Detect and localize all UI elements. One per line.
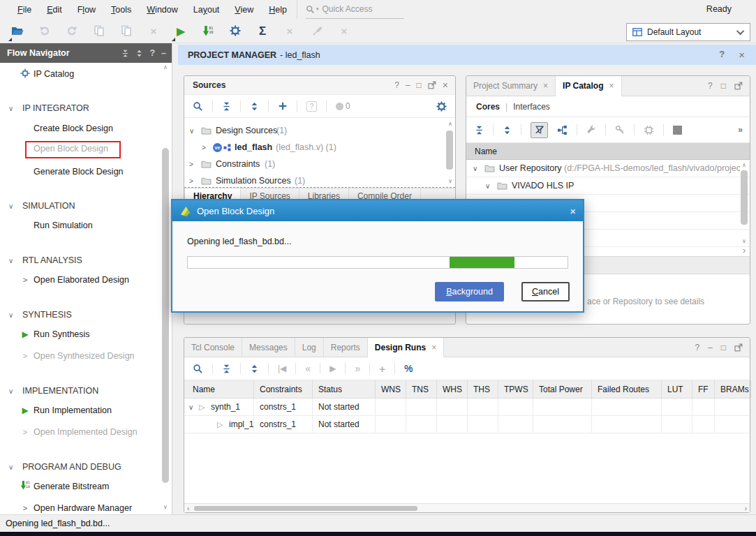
- tree-item-vivado-hls-ip[interactable]: ∨ VIVADO HLS IP: [466, 177, 750, 195]
- subtab-cores[interactable]: Cores: [476, 102, 500, 112]
- col-status[interactable]: Status: [313, 380, 376, 398]
- col-ff[interactable]: FF: [692, 380, 715, 398]
- report-summary-button[interactable]: Σ: [256, 24, 269, 37]
- col-failed-routes[interactable]: Failed Routes: [592, 380, 662, 398]
- hide-incompatible-filter-button[interactable]: [531, 122, 548, 138]
- help-icon[interactable]: ?: [708, 81, 713, 91]
- col-tns[interactable]: TNS: [406, 380, 437, 398]
- tab-project-summary[interactable]: Project Summary ×: [466, 76, 556, 96]
- section-rtl-analysis[interactable]: ∨ RTL ANALYSIS: [0, 254, 172, 267]
- sidebar-item-open-implemented-design[interactable]: > Open Implemented Design: [0, 426, 172, 438]
- sidebar-item-create-block-design[interactable]: Create Block Design: [0, 122, 172, 135]
- search-icon[interactable]: [193, 364, 203, 374]
- tree-item-user-repository[interactable]: ∨ User Repository (d:/FPGA-HLS-demos/led…: [466, 160, 750, 177]
- scrollbar-thumb[interactable]: [162, 148, 169, 483]
- menu-help[interactable]: Help: [261, 5, 295, 15]
- settings-button[interactable]: [229, 24, 242, 37]
- section-implementation[interactable]: ∨ IMPLEMENTATION: [0, 385, 172, 397]
- scroll-down-icon[interactable]: ∨: [447, 178, 454, 184]
- col-total-power[interactable]: Total Power: [533, 380, 592, 398]
- scroll-up-icon[interactable]: ∧: [162, 64, 169, 70]
- tab-messages[interactable]: Messages: [242, 338, 295, 357]
- col-ths[interactable]: THS: [468, 380, 498, 398]
- float-icon[interactable]: [734, 343, 743, 352]
- col-name[interactable]: Name: [184, 380, 254, 398]
- section-program-and-debug[interactable]: ∨ PROGRAM AND DEBUG: [0, 461, 172, 473]
- scrollbar-thumb[interactable]: [741, 170, 748, 225]
- overflow-icon[interactable]: »: [738, 125, 743, 135]
- collapse-all-icon[interactable]: [222, 364, 231, 373]
- menu-edit[interactable]: Edit: [39, 5, 70, 15]
- collapse-all-icon[interactable]: [121, 50, 129, 57]
- col-brams[interactable]: BRAMs: [715, 380, 751, 398]
- close-icon[interactable]: ×: [443, 80, 448, 91]
- sidebar-item-ip-catalog[interactable]: IP Catalog: [0, 68, 172, 80]
- sidebar-item-run-implementation[interactable]: ▶ Run Implementation: [0, 404, 172, 417]
- minimize-icon[interactable]: –: [406, 80, 410, 90]
- maximize-icon[interactable]: □: [721, 343, 726, 352]
- gear-icon[interactable]: [436, 101, 447, 112]
- generate-bitstream-button[interactable]: [202, 24, 214, 37]
- expand-all-icon[interactable]: [135, 50, 143, 57]
- tab-ip-catalog[interactable]: IP Catalog ×: [556, 76, 621, 96]
- col-whs[interactable]: WHS: [437, 380, 468, 398]
- sidebar-item-open-elaborated-design[interactable]: > Open Elaborated Design: [0, 274, 172, 286]
- quick-access-search[interactable]: ▾ Quick Access: [297, 0, 404, 19]
- sidebar-item-generate-block-design[interactable]: Generate Block Design: [0, 165, 172, 178]
- tree-item-simulation-sources[interactable]: > Simulation Sources (1): [184, 172, 445, 189]
- tree-item-design-sources[interactable]: ∨ Design Sources (1): [184, 122, 445, 139]
- tree-item-led-flash[interactable]: > ve led_flash (led_flash.v) (1): [184, 139, 445, 156]
- background-button[interactable]: Background: [435, 282, 504, 302]
- tree-item-constraints[interactable]: > Constraints (1): [184, 156, 445, 172]
- sidebar-item-generate-bitstream[interactable]: Generate Bitstream: [0, 480, 172, 493]
- run-button[interactable]: ▶: [175, 24, 187, 37]
- close-icon[interactable]: ×: [739, 49, 745, 61]
- tab-tcl-console[interactable]: Tcl Console: [184, 338, 242, 357]
- scroll-up-icon[interactable]: ∧: [447, 121, 454, 127]
- section-ip-integrator[interactable]: ∨ IP INTEGRATOR: [0, 102, 172, 114]
- float-icon[interactable]: [428, 81, 436, 89]
- maximize-icon[interactable]: □: [721, 81, 726, 91]
- close-icon[interactable]: ×: [431, 343, 436, 352]
- cancel-button[interactable]: Cancel: [521, 282, 570, 302]
- collapse-all-icon[interactable]: [222, 102, 231, 111]
- col-lut[interactable]: LUT: [662, 380, 692, 398]
- minimize-icon[interactable]: –: [161, 48, 166, 58]
- menu-file[interactable]: File: [10, 5, 39, 15]
- help-icon[interactable]: ?: [719, 49, 725, 61]
- table-row-impl[interactable]: ▷ impl_1 constrs_1 Not started: [184, 416, 750, 433]
- open-project-button[interactable]: [11, 24, 24, 37]
- ip-name-column-header[interactable]: Name: [466, 143, 750, 160]
- scrollbar-thumb[interactable]: [194, 506, 417, 511]
- scrollbar-thumb[interactable]: [446, 131, 453, 170]
- percent-icon[interactable]: %: [404, 363, 413, 374]
- menu-view[interactable]: View: [227, 5, 261, 15]
- sidebar-scrollbar[interactable]: ∧ ∨: [161, 64, 170, 510]
- scroll-down-icon[interactable]: ∨: [162, 504, 169, 510]
- scroll-right-icon[interactable]: ›: [745, 504, 747, 513]
- sources-tree-scrollbar[interactable]: ∧ ∨: [446, 121, 454, 184]
- scroll-up-icon[interactable]: ∧: [741, 162, 748, 168]
- section-synthesis[interactable]: ∨ SYNTHESIS: [0, 308, 172, 321]
- scroll-down-icon[interactable]: ∨: [741, 238, 748, 244]
- expand-all-icon[interactable]: [503, 126, 512, 135]
- close-icon[interactable]: ×: [543, 81, 548, 91]
- menu-layout[interactable]: Layout: [186, 5, 228, 15]
- tab-log[interactable]: Log: [295, 338, 324, 357]
- subtab-interfaces[interactable]: Interfaces: [513, 102, 550, 112]
- menu-tools[interactable]: Tools: [103, 5, 139, 15]
- group-by-hierarchy-icon[interactable]: [557, 125, 568, 135]
- ip-catalog-scrollbar[interactable]: ∧ ∨: [740, 162, 748, 244]
- scroll-right-icon[interactable]: ›: [743, 246, 746, 255]
- maximize-icon[interactable]: □: [417, 80, 422, 90]
- tab-design-runs[interactable]: Design Runs ×: [368, 338, 444, 357]
- dialog-title-bar[interactable]: Open Block Design ×: [172, 200, 583, 221]
- scroll-left-icon[interactable]: ‹: [187, 504, 189, 513]
- close-icon[interactable]: ×: [609, 81, 614, 91]
- sidebar-item-open-hardware-manager[interactable]: > Open Hardware Manager: [0, 502, 172, 514]
- search-icon[interactable]: [193, 101, 203, 112]
- expand-all-icon[interactable]: [250, 364, 259, 373]
- menu-flow[interactable]: Flow: [70, 5, 103, 15]
- col-constraints[interactable]: Constraints: [254, 380, 313, 398]
- minimize-icon[interactable]: –: [708, 343, 713, 352]
